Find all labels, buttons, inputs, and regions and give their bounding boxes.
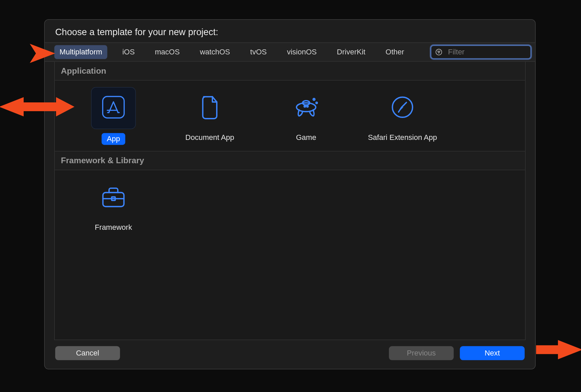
platform-tabs: Multiplatform iOS macOS watchOS tvOS vis… [54,45,421,59]
annotation-arrow-next [533,333,581,367]
tab-driverkit[interactable]: DriverKit [332,45,371,59]
template-app[interactable]: App [65,83,162,145]
template-label: App [101,133,125,145]
template-game[interactable]: Game [258,83,354,145]
section-header-application: Application [55,62,525,81]
safari-icon [391,95,414,121]
filter-field[interactable] [430,45,532,59]
platform-tab-bar: Multiplatform iOS macOS watchOS tvOS vis… [45,43,535,62]
svg-point-12 [313,98,315,100]
tab-multiplatform[interactable]: Multiplatform [54,45,108,59]
svg-point-10 [304,106,305,107]
dialog-title: Choose a template for your new project: [45,20,535,42]
svg-marker-20 [536,340,581,359]
filter-icon [435,48,443,56]
filter-input[interactable] [448,48,541,56]
svg-point-11 [307,106,308,107]
toolbox-icon [100,186,127,210]
template-list: Application [54,62,526,340]
template-document-app[interactable]: Document App [162,83,258,145]
svg-rect-4 [103,97,124,118]
svg-rect-15 [103,193,124,206]
template-framework[interactable]: Framework [65,173,162,232]
tab-macos[interactable]: macOS [149,45,185,59]
tab-tvos[interactable]: tvOS [245,45,272,59]
template-label: Framework [95,223,132,232]
game-icon [293,97,319,119]
tab-ios[interactable]: iOS [117,45,140,59]
document-icon [199,95,220,121]
next-button[interactable]: Next [460,346,525,360]
tab-visionos[interactable]: visionOS [282,45,322,59]
svg-point-13 [316,102,317,103]
template-safari-extension[interactable]: Safari Extension App [354,83,451,145]
tab-watchos[interactable]: watchOS [194,45,235,59]
template-label: Document App [185,133,234,143]
cancel-button[interactable]: Cancel [55,346,120,360]
previous-button[interactable]: Previous [389,346,454,360]
tab-other[interactable]: Other [380,45,409,59]
app-icon [101,95,126,121]
template-chooser-dialog: Choose a template for your new project: … [44,19,536,369]
template-label: Game [296,133,316,143]
section-header-framework: Framework & Library [55,151,525,170]
template-label: Safari Extension App [368,133,437,143]
section-framework: Framework [55,170,525,340]
section-application: App Document App [55,80,525,151]
dialog-footer: Cancel Previous Next [45,340,535,369]
